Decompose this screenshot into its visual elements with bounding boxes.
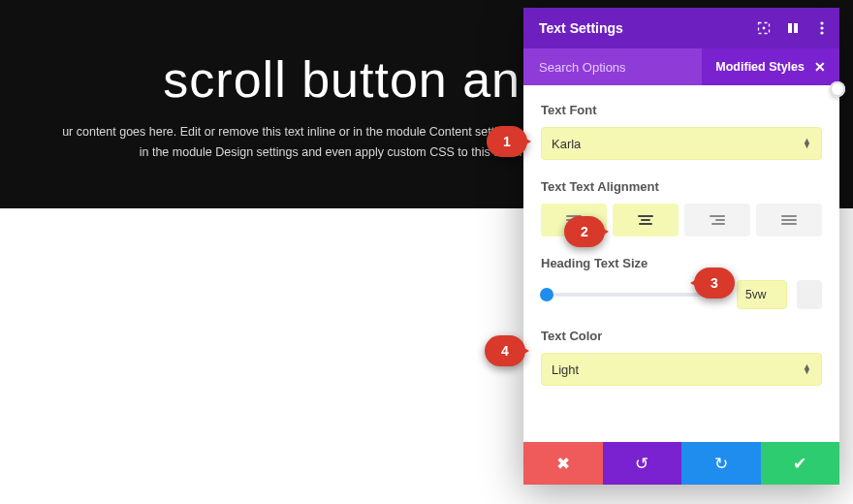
select-text-font-value: Karla xyxy=(552,137,581,151)
size-value-input[interactable]: 5vw xyxy=(737,280,787,309)
dropdown-caret-icon: ▲▼ xyxy=(803,139,811,148)
field-text-color: Text Color Light ▲▼ xyxy=(541,329,822,386)
panel-footer: ✖ ↺ ↻ ✔ xyxy=(523,442,839,485)
label-text-color: Text Color xyxy=(541,329,822,343)
undo-button[interactable]: ↺ xyxy=(603,442,682,485)
align-justify-button[interactable] xyxy=(756,204,822,236)
panel-header: Text Settings xyxy=(523,8,839,48)
select-text-color[interactable]: Light ▲▼ xyxy=(541,353,822,386)
svg-point-5 xyxy=(820,26,823,29)
size-value-text: 5vw xyxy=(745,288,766,301)
align-center-button[interactable] xyxy=(613,204,679,236)
text-settings-panel: Text Settings Search Options Modified St… xyxy=(523,8,839,485)
panel-body: Text Font Karla ▲▼ Text Text Alignment H… xyxy=(523,85,839,442)
callout-badge-2: 2 xyxy=(564,216,605,247)
modified-styles-label: Modified Styles xyxy=(715,60,805,74)
close-icon[interactable]: ✕ xyxy=(814,59,826,75)
svg-point-1 xyxy=(763,27,766,30)
svg-rect-3 xyxy=(794,23,798,33)
cancel-button[interactable]: ✖ xyxy=(523,442,603,485)
select-text-color-value: Light xyxy=(552,362,579,377)
panel-title: Text Settings xyxy=(539,20,623,36)
kebab-menu-icon[interactable] xyxy=(814,20,830,36)
size-slider-thumb[interactable] xyxy=(540,288,553,301)
panel-handle-icon[interactable] xyxy=(830,81,845,97)
size-unit-selector[interactable] xyxy=(797,280,822,309)
columns-icon[interactable] xyxy=(785,20,801,36)
redo-button[interactable]: ↻ xyxy=(681,442,761,485)
panel-toolbar: Search Options Modified Styles ✕ xyxy=(523,48,839,85)
callout-badge-4: 4 xyxy=(485,335,525,366)
search-options-tab[interactable]: Search Options xyxy=(523,60,702,75)
save-button[interactable]: ✔ xyxy=(761,442,840,485)
label-text-font: Text Font xyxy=(541,103,822,117)
label-heading-text-size: Heading Text Size xyxy=(541,256,822,270)
field-heading-text-size: Heading Text Size 5vw xyxy=(541,256,822,309)
callout-badge-3: 3 xyxy=(694,268,735,299)
field-text-font: Text Font Karla ▲▼ xyxy=(541,103,822,160)
svg-point-6 xyxy=(820,31,823,34)
callout-badge-1: 1 xyxy=(487,126,527,157)
select-text-font[interactable]: Karla ▲▼ xyxy=(541,127,822,160)
dropdown-caret-icon: ▲▼ xyxy=(803,364,811,374)
align-right-button[interactable] xyxy=(684,204,750,236)
modified-styles-tab[interactable]: Modified Styles ✕ xyxy=(702,48,839,85)
label-text-alignment: Text Text Alignment xyxy=(541,179,822,194)
svg-rect-2 xyxy=(788,23,792,33)
svg-point-4 xyxy=(820,21,823,24)
target-icon[interactable] xyxy=(756,20,772,36)
